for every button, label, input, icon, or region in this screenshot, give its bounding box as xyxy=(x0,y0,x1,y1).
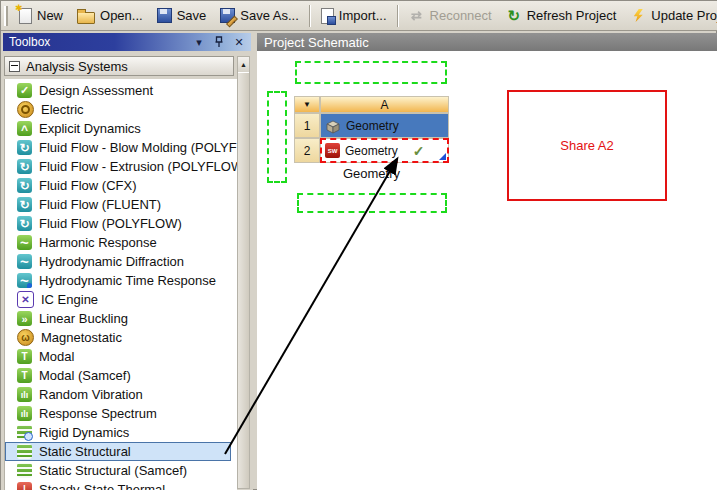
drop-target-left[interactable] xyxy=(267,91,287,183)
response-spectrum-icon xyxy=(17,406,32,421)
save-icon xyxy=(157,8,172,23)
toolbox-item-label: Linear Buckling xyxy=(39,311,128,326)
project-schematic-title: Project Schematic xyxy=(264,35,369,50)
toolbar-buttons: New Open... Save Save As... Import... Re… xyxy=(12,1,717,30)
toolbox-item-static-structural-samcef[interactable]: Static Structural (Samcef) xyxy=(5,461,237,480)
toolbox-titlebar: Toolbox ▾ ✕ xyxy=(3,33,251,51)
toolbox-panel: Toolbox ▾ ✕ Analysis Systems Design Asse… xyxy=(1,31,253,490)
toolbox-item-fluid-flow-blow-molding-polyf[interactable]: Fluid Flow - Blow Molding (POLYF xyxy=(5,138,237,157)
toolbox-item-label: Response Spectrum xyxy=(39,406,157,421)
toolbar-button-open[interactable]: Open... xyxy=(70,4,150,28)
pin-icon[interactable] xyxy=(211,35,227,49)
toolbar-button-new[interactable]: New xyxy=(12,4,70,28)
update-icon xyxy=(630,8,646,24)
geometry-row-2-label: Geometry xyxy=(345,144,398,158)
toolbox-item-label: Explicit Dynamics xyxy=(39,121,141,136)
modal-icon xyxy=(17,368,32,383)
system-a-table: ▼ A 1 Geometry 2 xyxy=(294,96,449,163)
toolbox-item-steady-state-thermal[interactable]: Steady-State Thermal xyxy=(5,480,237,490)
toolbar-button-save[interactable]: Save xyxy=(150,4,214,28)
toolbox-item-label: Fluid Flow - Extrusion (POLYFLOW xyxy=(39,159,237,174)
open-folder-icon xyxy=(77,12,95,24)
steady-state-thermal-icon xyxy=(17,482,32,490)
toolbox-item-hydrodynamic-diffraction[interactable]: Hydrodynamic Diffraction xyxy=(5,252,237,271)
toolbar-button-label: Open... xyxy=(100,8,143,23)
toolbox-item-list: Design Assessment Electric Explicit Dyna… xyxy=(4,79,237,490)
toolbox-item-fluid-flow-cfx[interactable]: Fluid Flow (CFX) xyxy=(5,176,237,195)
toolbox-item-modal[interactable]: Modal xyxy=(5,347,237,366)
toolbox-item-label: Static Structural xyxy=(39,444,131,459)
toolbox-item-hydrodynamic-time-response[interactable]: Hydrodynamic Time Response xyxy=(5,271,237,290)
toolbox-item-label: Fluid Flow (FLUENT) xyxy=(39,197,161,212)
toolbox-item-fluid-flow-polyflow[interactable]: Fluid Flow (POLYFLOW) xyxy=(5,214,237,233)
new-file-icon xyxy=(19,8,32,24)
modal-icon xyxy=(17,349,32,364)
toolbox-item-modal-samcef[interactable]: Modal (Samcef) xyxy=(5,366,237,385)
toolbox-item-label: Hydrodynamic Time Response xyxy=(39,273,216,288)
toolbar-button-label: New xyxy=(37,8,63,23)
toolbar-button-label: Refresh Project xyxy=(527,8,617,23)
solidworks-icon: SW xyxy=(325,143,340,158)
project-schematic-panel: Project Schematic ▼ A 1 xyxy=(256,31,717,490)
toolbox-item-linear-buckling[interactable]: Linear Buckling xyxy=(5,309,237,328)
close-icon[interactable]: ✕ xyxy=(231,35,247,49)
toolbar-button-label: Reconnect xyxy=(430,8,492,23)
toolbox-item-fluid-flow-extrusion-polyflow[interactable]: Fluid Flow - Extrusion (POLYFLOW xyxy=(5,157,237,176)
toolbox-item-label: Random Vibration xyxy=(39,387,143,402)
toolbox-scrollbar[interactable]: ▲ xyxy=(237,56,250,489)
toolbar-grip[interactable] xyxy=(4,6,8,26)
toolbar-button-update-project[interactable]: Update Project xyxy=(623,4,717,28)
toolbox-item-electric[interactable]: Electric xyxy=(5,100,237,119)
row1-number-cell[interactable]: 1 xyxy=(294,113,320,138)
system-column-header[interactable]: A xyxy=(320,96,449,113)
drop-target-bottom[interactable] xyxy=(297,193,447,213)
toolbox-item-magnetostatic[interactable]: Magnetostatic xyxy=(5,328,237,347)
system-caption: Geometry xyxy=(294,166,449,181)
linear-buckling-icon xyxy=(17,311,32,326)
share-a2-drop-target[interactable]: Share A2 xyxy=(507,90,667,201)
toolbar-button-save-as[interactable]: Save As... xyxy=(213,4,306,28)
toolbox-item-label: Electric xyxy=(41,102,84,117)
scroll-up-icon[interactable]: ▲ xyxy=(238,57,249,73)
toolbox-item-response-spectrum[interactable]: Response Spectrum xyxy=(5,404,237,423)
explicit-dynamics-icon xyxy=(17,121,32,136)
toolbox-item-ic-engine[interactable]: IC Engine xyxy=(5,290,237,309)
toolbox-item-random-vibration[interactable]: Random Vibration xyxy=(5,385,237,404)
scrollbar-thumb[interactable] xyxy=(238,72,249,488)
schematic-canvas[interactable]: ▼ A 1 Geometry 2 xyxy=(257,51,717,490)
ansys-workbench-window: New Open... Save Save As... Import... Re… xyxy=(0,0,717,490)
import-icon xyxy=(321,8,334,24)
toolbar-button-refresh-project[interactable]: Refresh Project xyxy=(499,4,624,28)
toolbar-button-label: Import... xyxy=(339,8,387,23)
design-assessment-icon xyxy=(17,83,32,98)
analysis-systems-group-header[interactable]: Analysis Systems xyxy=(4,56,234,76)
geometry-row-1[interactable]: Geometry xyxy=(320,113,449,138)
toolbox-item-design-assessment[interactable]: Design Assessment xyxy=(5,81,237,100)
geometry-row-2[interactable]: SW Geometry ✓ xyxy=(320,138,449,163)
toolbar-separator xyxy=(397,5,399,27)
toolbox-item-explicit-dynamics[interactable]: Explicit Dynamics xyxy=(5,119,237,138)
hydrodynamic-time-icon xyxy=(17,273,32,288)
geometry-row-1-label: Geometry xyxy=(346,119,399,133)
fluid-flow-icon xyxy=(17,216,32,231)
toolbar-button-reconnect[interactable]: Reconnect xyxy=(402,4,499,28)
toolbox-item-label: Hydrodynamic Diffraction xyxy=(39,254,184,269)
toolbar-button-label: Update Project xyxy=(651,8,717,23)
chevron-down-icon[interactable]: ▾ xyxy=(191,35,207,49)
toolbox-item-harmonic-response[interactable]: Harmonic Response xyxy=(5,233,237,252)
collapse-icon[interactable] xyxy=(9,61,20,72)
toolbox-item-fluid-flow-fluent[interactable]: Fluid Flow (FLUENT) xyxy=(5,195,237,214)
toolbox-item-rigid-dynamics[interactable]: Rigid Dynamics xyxy=(5,423,237,442)
toolbar-button-import[interactable]: Import... xyxy=(314,4,394,28)
row2-number-cell[interactable]: 2 xyxy=(294,138,320,163)
toolbox-item-label: Harmonic Response xyxy=(39,235,157,250)
toolbox-title: Toolbox xyxy=(9,35,50,49)
drop-target-top[interactable] xyxy=(295,61,447,84)
static-structural-icon xyxy=(17,444,32,459)
refresh-icon xyxy=(506,8,522,24)
random-vibration-icon xyxy=(17,387,32,402)
fluid-flow-icon xyxy=(17,197,32,212)
system-dropdown-cell[interactable]: ▼ xyxy=(294,96,320,113)
toolbox-item-label: Design Assessment xyxy=(39,83,153,98)
toolbox-item-static-structural[interactable]: Static Structural xyxy=(5,442,231,461)
